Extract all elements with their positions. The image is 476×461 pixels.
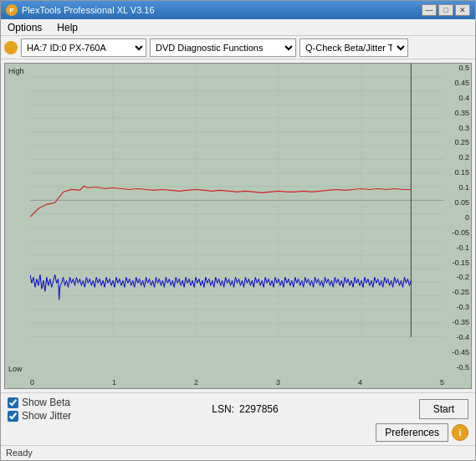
chart-area: High Low 0.5 0.45 0.4 0.35 0.3 0.25 0.2 … (4, 63, 472, 389)
drive-icon (4, 41, 18, 54)
drive-select[interactable]: HA:7 ID:0 PX-760A (21, 38, 146, 57)
title-bar: P PlexTools Professional XL V3.16 — □ ✕ (1, 1, 475, 19)
menu-bar: Options Help (1, 19, 475, 36)
title-bar-controls: — □ ✕ (422, 4, 470, 16)
start-button[interactable]: Start (419, 399, 468, 419)
status-bar: Ready (1, 445, 475, 460)
status-text: Ready (6, 448, 33, 458)
restore-button[interactable]: □ (438, 4, 453, 16)
menu-options[interactable]: Options (4, 21, 45, 34)
bottom-row1: Show Beta Show Jitter LSN: 2297856 Start (8, 397, 468, 422)
close-button[interactable]: ✕ (455, 4, 470, 16)
show-jitter-row: Show Jitter (8, 410, 71, 422)
function-select[interactable]: DVD Diagnostic Functions (150, 38, 296, 57)
bottom-panel: Show Beta Show Jitter LSN: 2297856 Start… (1, 392, 475, 445)
app-icon: P (6, 4, 18, 16)
lsn-label: LSN: (212, 403, 234, 415)
toolbar: HA:7 ID:0 PX-760A DVD Diagnostic Functio… (1, 36, 475, 59)
checkboxes: Show Beta Show Jitter (8, 397, 71, 422)
bottom-row2: Preferences i (8, 423, 468, 442)
title-bar-left: P PlexTools Professional XL V3.16 (6, 4, 155, 16)
lsn-area: LSN: 2297856 (212, 403, 278, 415)
window-title: PlexTools Professional XL V3.16 (22, 5, 155, 15)
show-beta-checkbox[interactable] (8, 397, 18, 408)
y-axis-right: 0.5 0.45 0.4 0.35 0.3 0.25 0.2 0.15 0.1 … (446, 64, 469, 371)
lsn-value: 2297856 (239, 403, 279, 415)
minimize-button[interactable]: — (422, 4, 437, 16)
show-jitter-label: Show Jitter (22, 410, 71, 422)
chart-low-label: Low (8, 365, 23, 373)
preferences-button[interactable]: Preferences (376, 423, 448, 442)
show-beta-label: Show Beta (22, 397, 70, 408)
info-button[interactable]: i (452, 424, 468, 441)
chart-svg (30, 64, 444, 337)
show-jitter-checkbox[interactable] (8, 411, 18, 422)
menu-help[interactable]: Help (54, 21, 81, 34)
show-beta-row: Show Beta (8, 397, 71, 408)
main-window: P PlexTools Professional XL V3.16 — □ ✕ … (0, 0, 476, 461)
x-axis-labels: 0 1 2 3 4 5 (30, 378, 444, 387)
test-select[interactable]: Q-Check Beta/Jitter Test (299, 38, 408, 57)
chart-high-label: High (8, 67, 24, 75)
